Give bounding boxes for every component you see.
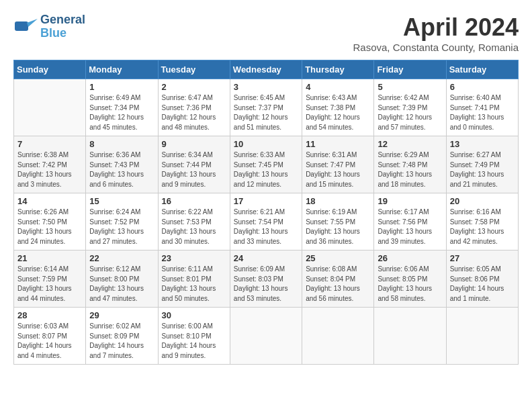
day-info: Sunrise: 6:40 AMSunset: 7:41 PMDaylight:… [450, 93, 515, 132]
day-number: 20 [450, 196, 515, 206]
logo-text-blue: Blue [40, 27, 85, 40]
header-friday: Friday [374, 60, 446, 79]
day-number: 19 [378, 196, 442, 206]
calendar-cell: 6Sunrise: 6:40 AMSunset: 7:41 PMDaylight… [446, 79, 518, 136]
day-number: 30 [162, 310, 226, 320]
calendar-cell [14, 79, 86, 136]
day-info: Sunrise: 6:19 AMSunset: 7:55 PMDaylight:… [306, 208, 370, 246]
day-info: Sunrise: 6:16 AMSunset: 7:58 PMDaylight:… [450, 208, 515, 246]
header-thursday: Thursday [302, 60, 374, 79]
day-number: 23 [162, 253, 226, 263]
day-info: Sunrise: 6:36 AMSunset: 7:43 PMDaylight:… [89, 150, 154, 189]
calendar-cell [302, 308, 374, 365]
day-info: Sunrise: 6:33 AMSunset: 7:45 PMDaylight:… [234, 150, 298, 189]
logo-icon [13, 15, 38, 39]
day-number: 1 [89, 82, 154, 92]
calendar-cell: 15Sunrise: 6:24 AMSunset: 7:52 PMDayligh… [86, 193, 158, 250]
calendar-cell: 12Sunrise: 6:29 AMSunset: 7:48 PMDayligh… [374, 136, 446, 193]
calendar-cell: 2Sunrise: 6:47 AMSunset: 7:36 PMDaylight… [158, 79, 230, 136]
calendar-week-5: 28Sunrise: 6:03 AMSunset: 8:07 PMDayligh… [14, 308, 519, 365]
day-number: 8 [89, 139, 154, 149]
calendar-cell [374, 308, 446, 365]
header-tuesday: Tuesday [158, 60, 230, 79]
calendar-cell: 17Sunrise: 6:21 AMSunset: 7:54 PMDayligh… [230, 193, 302, 250]
day-number: 16 [162, 196, 226, 206]
location-subtitle: Rasova, Constanta County, Romania [353, 42, 519, 53]
header-sunday: Sunday [14, 60, 86, 79]
calendar-cell: 13Sunrise: 6:27 AMSunset: 7:49 PMDayligh… [446, 136, 518, 193]
day-number: 17 [234, 196, 298, 206]
calendar-cell: 11Sunrise: 6:31 AMSunset: 7:47 PMDayligh… [302, 136, 374, 193]
day-info: Sunrise: 6:43 AMSunset: 7:38 PMDaylight:… [306, 93, 370, 132]
logo-text-general: General [40, 13, 85, 27]
day-info: Sunrise: 6:09 AMSunset: 8:03 PMDaylight:… [234, 265, 298, 304]
calendar-cell: 3Sunrise: 6:45 AMSunset: 7:37 PMDaylight… [230, 79, 302, 136]
day-number: 14 [17, 196, 82, 206]
day-number: 7 [17, 139, 82, 149]
calendar-cell: 30Sunrise: 6:00 AMSunset: 8:10 PMDayligh… [158, 308, 230, 365]
calendar-cell: 10Sunrise: 6:33 AMSunset: 7:45 PMDayligh… [230, 136, 302, 193]
svg-marker-1 [27, 19, 38, 27]
day-number: 26 [378, 253, 442, 263]
calendar-cell [230, 308, 302, 365]
calendar-cell: 29Sunrise: 6:02 AMSunset: 8:09 PMDayligh… [86, 308, 158, 365]
calendar-cell: 25Sunrise: 6:08 AMSunset: 8:04 PMDayligh… [302, 250, 374, 308]
day-number: 24 [234, 253, 298, 263]
day-number: 29 [89, 310, 154, 320]
calendar-cell: 9Sunrise: 6:34 AMSunset: 7:44 PMDaylight… [158, 136, 230, 193]
day-info: Sunrise: 6:08 AMSunset: 8:04 PMDaylight:… [306, 265, 370, 304]
header-monday: Monday [86, 60, 158, 79]
calendar-cell: 8Sunrise: 6:36 AMSunset: 7:43 PMDaylight… [86, 136, 158, 193]
calendar-cell: 26Sunrise: 6:06 AMSunset: 8:05 PMDayligh… [374, 250, 446, 308]
day-info: Sunrise: 6:05 AMSunset: 8:06 PMDaylight:… [450, 265, 515, 304]
month-title: April 2024 [353, 13, 519, 42]
day-info: Sunrise: 6:38 AMSunset: 7:42 PMDaylight:… [17, 150, 82, 189]
day-number: 9 [162, 139, 226, 149]
calendar-cell: 18Sunrise: 6:19 AMSunset: 7:55 PMDayligh… [302, 193, 374, 250]
day-info: Sunrise: 6:22 AMSunset: 7:53 PMDaylight:… [162, 208, 226, 246]
calendar-header-row: SundayMondayTuesdayWednesdayThursdayFrid… [14, 60, 519, 79]
day-info: Sunrise: 6:03 AMSunset: 8:07 PMDaylight:… [17, 322, 82, 361]
day-info: Sunrise: 6:17 AMSunset: 7:56 PMDaylight:… [378, 208, 442, 246]
day-number: 15 [89, 196, 154, 206]
calendar-week-1: 1Sunrise: 6:49 AMSunset: 7:34 PMDaylight… [14, 79, 519, 136]
page-header: General Blue April 2024 Rasova, Constant… [13, 13, 519, 53]
day-number: 21 [17, 253, 82, 263]
calendar-cell: 23Sunrise: 6:11 AMSunset: 8:01 PMDayligh… [158, 250, 230, 308]
calendar-cell [446, 308, 518, 365]
svg-rect-0 [15, 21, 28, 31]
calendar-cell: 27Sunrise: 6:05 AMSunset: 8:06 PMDayligh… [446, 250, 518, 308]
day-info: Sunrise: 6:45 AMSunset: 7:37 PMDaylight:… [234, 93, 298, 132]
day-number: 25 [306, 253, 370, 263]
day-info: Sunrise: 6:49 AMSunset: 7:34 PMDaylight:… [89, 93, 154, 132]
logo: General Blue [13, 13, 85, 40]
calendar-cell: 19Sunrise: 6:17 AMSunset: 7:56 PMDayligh… [374, 193, 446, 250]
calendar-cell: 20Sunrise: 6:16 AMSunset: 7:58 PMDayligh… [446, 193, 518, 250]
calendar-week-2: 7Sunrise: 6:38 AMSunset: 7:42 PMDaylight… [14, 136, 519, 193]
title-block: April 2024 Rasova, Constanta County, Rom… [353, 13, 519, 53]
day-info: Sunrise: 6:24 AMSunset: 7:52 PMDaylight:… [89, 208, 154, 246]
calendar-cell: 28Sunrise: 6:03 AMSunset: 8:07 PMDayligh… [14, 308, 86, 365]
header-saturday: Saturday [446, 60, 518, 79]
calendar-cell: 1Sunrise: 6:49 AMSunset: 7:34 PMDaylight… [86, 79, 158, 136]
day-info: Sunrise: 6:27 AMSunset: 7:49 PMDaylight:… [450, 150, 515, 189]
day-info: Sunrise: 6:26 AMSunset: 7:50 PMDaylight:… [17, 208, 82, 246]
day-number: 4 [306, 82, 370, 92]
header-wednesday: Wednesday [230, 60, 302, 79]
day-number: 2 [162, 82, 226, 92]
day-info: Sunrise: 6:12 AMSunset: 8:00 PMDaylight:… [89, 265, 154, 304]
day-info: Sunrise: 6:29 AMSunset: 7:48 PMDaylight:… [378, 150, 442, 189]
day-number: 12 [378, 139, 442, 149]
day-number: 28 [17, 310, 82, 320]
calendar-cell: 22Sunrise: 6:12 AMSunset: 8:00 PMDayligh… [86, 250, 158, 308]
day-number: 3 [234, 82, 298, 92]
day-number: 13 [450, 139, 515, 149]
day-info: Sunrise: 6:42 AMSunset: 7:39 PMDaylight:… [378, 93, 442, 132]
day-info: Sunrise: 6:00 AMSunset: 8:10 PMDaylight:… [162, 322, 226, 361]
day-info: Sunrise: 6:31 AMSunset: 7:47 PMDaylight:… [306, 150, 370, 189]
day-number: 27 [450, 253, 515, 263]
calendar-week-4: 21Sunrise: 6:14 AMSunset: 7:59 PMDayligh… [14, 250, 519, 308]
day-info: Sunrise: 6:06 AMSunset: 8:05 PMDaylight:… [378, 265, 442, 304]
calendar-cell: 7Sunrise: 6:38 AMSunset: 7:42 PMDaylight… [14, 136, 86, 193]
calendar-table: SundayMondayTuesdayWednesdayThursdayFrid… [13, 60, 519, 365]
